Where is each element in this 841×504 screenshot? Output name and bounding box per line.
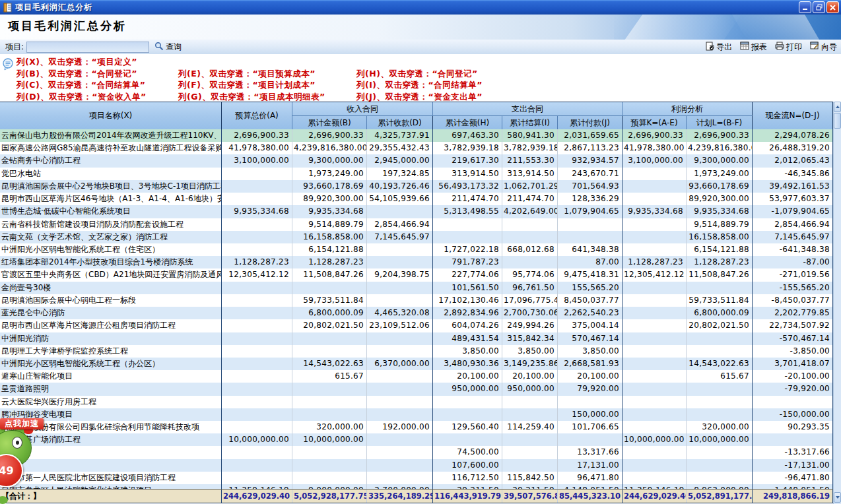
value-cell-k[interactable] <box>622 180 687 193</box>
value-cell-h[interactable]: 313,914.50 <box>433 168 502 180</box>
project-name-cell[interactable]: 【合计：】 <box>0 489 222 503</box>
value-cell-h[interactable]: 227,774.06 <box>433 268 502 281</box>
booster-ribbon[interactable]: 点我加速 <box>0 418 44 429</box>
value-cell-d[interactable] <box>367 383 433 395</box>
column-header-expense-settled[interactable]: 累计结算(I) <box>502 116 558 129</box>
value-cell-a[interactable]: 41,978,380.00 <box>222 142 292 154</box>
value-cell-h[interactable]: 697,463.30 <box>433 129 502 142</box>
value-cell-l[interactable] <box>687 345 753 358</box>
value-cell-n[interactable]: -3,850.00 <box>753 345 833 358</box>
value-cell-i[interactable]: 249,994.26 <box>502 319 558 332</box>
value-cell-i[interactable] <box>502 459 558 472</box>
value-cell-k[interactable] <box>622 168 687 180</box>
value-cell-d[interactable]: 197,324.85 <box>367 168 433 180</box>
value-cell-b[interactable] <box>292 345 367 358</box>
value-cell-n[interactable]: -87.00 <box>753 256 833 268</box>
value-cell-d[interactable] <box>367 205 433 218</box>
table-row[interactable]: 中洲阳光消防489,431.54315,842.34570,467.14-570… <box>0 332 833 345</box>
value-cell-n[interactable]: 26,488,319.20 <box>753 142 833 154</box>
value-cell-d[interactable] <box>367 332 433 345</box>
value-cell-k[interactable]: 9,935,334.68 <box>622 205 687 218</box>
project-name-cell[interactable]: 呈贡道路照明 <box>0 383 222 395</box>
value-cell-n[interactable]: 2,202,779.85 <box>753 307 833 319</box>
print-button[interactable]: 打印 <box>775 42 802 53</box>
value-cell-j[interactable] <box>558 433 622 446</box>
value-cell-k[interactable] <box>622 446 687 458</box>
value-cell-n[interactable]: -570,467.14 <box>753 332 833 345</box>
value-cell-i[interactable]: 96,761.50 <box>502 282 558 294</box>
value-cell-a[interactable]: 2,696,900.33 <box>222 129 292 142</box>
value-cell-b[interactable]: 16,158,858.00 <box>292 231 367 243</box>
value-cell-b[interactable]: 11,508,847.26 <box>292 268 367 281</box>
value-cell-k[interactable] <box>622 370 687 383</box>
value-cell-b[interactable]: 6,800,000.09 <box>292 307 367 319</box>
value-cell-a[interactable]: 10,000,000.00 <box>222 433 292 446</box>
restore-button[interactable] <box>813 1 825 13</box>
export-button[interactable]: 导出 <box>706 42 732 53</box>
column-header-income-amount[interactable]: 累计金额(B) <box>292 116 367 129</box>
value-cell-k[interactable]: 41,978,380.00 <box>622 142 687 154</box>
value-cell-h[interactable]: 791,787.23 <box>433 256 502 268</box>
project-name-cell[interactable]: 昆明市盘龙区人民法院数字化法庭建设项目 <box>0 484 222 489</box>
value-cell-n[interactable]: -96,471.80 <box>753 472 833 484</box>
value-cell-l[interactable]: 8,963,000.00 <box>687 484 753 489</box>
value-cell-l[interactable]: 320,000.00 <box>687 421 753 433</box>
value-cell-l[interactable]: 1,973,249.00 <box>687 168 753 180</box>
project-name-cell[interactable]: 云南省科技馆新馆建设项目消防及消防配套设施工程 <box>0 218 222 231</box>
table-row[interactable]: 觉巴水电站1,973,249.00197,324.85313,914.50313… <box>0 168 833 180</box>
value-cell-i[interactable] <box>502 396 558 408</box>
value-cell-d[interactable] <box>367 243 433 256</box>
value-cell-i[interactable]: 211,474.70 <box>502 193 558 205</box>
value-cell-i[interactable]: 211,553.30 <box>502 154 558 167</box>
wizard-button[interactable]: 向导 <box>810 42 837 53</box>
value-cell-k[interactable]: 12,305,412.12 <box>622 268 687 281</box>
value-cell-i[interactable]: 114,259.40 <box>502 421 558 433</box>
query-button[interactable]: 查询 <box>154 42 182 53</box>
table-row[interactable]: 中洲阳光小区弱电智能化系统工程（住宅区）6,154,121.881,727,02… <box>0 243 833 256</box>
value-cell-k[interactable]: 244,629,029.40 <box>622 489 687 503</box>
value-cell-d[interactable]: 192,000.00 <box>367 421 433 433</box>
value-cell-h[interactable]: 116,712.50 <box>433 472 502 484</box>
value-cell-d[interactable] <box>367 446 433 458</box>
value-cell-d[interactable]: 2,700,000.00 <box>367 484 433 489</box>
value-cell-h[interactable]: 1,727,022.18 <box>433 243 502 256</box>
value-cell-i[interactable]: 580,941.30 <box>502 129 558 142</box>
value-cell-d[interactable] <box>367 256 433 268</box>
value-cell-a[interactable] <box>222 180 292 193</box>
value-cell-k[interactable] <box>622 193 687 205</box>
value-cell-l[interactable]: 9,300,000.00 <box>687 154 753 167</box>
value-cell-d[interactable] <box>367 459 433 472</box>
value-cell-h[interactable]: 20,100.00 <box>433 370 502 383</box>
value-cell-b[interactable] <box>292 446 367 458</box>
table-row[interactable]: 金尚壹号30楼101,561.5096,761.50155,565.20-155… <box>0 282 833 294</box>
project-name-cell[interactable]: 避寒山庄智能化项目 <box>0 370 222 383</box>
value-cell-a[interactable]: 1,128,287.23 <box>222 256 292 268</box>
value-cell-i[interactable]: 3,782,939.18 <box>502 142 558 154</box>
value-cell-j[interactable]: 96,471.80 <box>558 472 622 484</box>
value-cell-b[interactable]: 2,696,900.33 <box>292 129 367 142</box>
value-cell-k[interactable] <box>622 345 687 358</box>
value-cell-b[interactable]: 9,300,000.00 <box>292 154 367 167</box>
value-cell-h[interactable]: 3,480,930.36 <box>433 358 502 370</box>
value-cell-b[interactable]: 1,973,249.00 <box>292 168 367 180</box>
value-cell-d[interactable]: 6,370,000.00 <box>367 358 433 370</box>
value-cell-i[interactable]: 2,700,730.06 <box>502 307 558 319</box>
project-name-cell[interactable]: 中洲阳光小区弱电智能化系统工程（住宅区） <box>0 243 222 256</box>
table-row[interactable]: 金钻商务中心消防工程3,100,000.009,300,000.002,945,… <box>0 154 833 167</box>
value-cell-b[interactable]: 9,935,334.68 <box>292 205 367 218</box>
table-row[interactable]: 中洲阳光小区弱电智能化系统工程（办公区）14,543,022.636,370,0… <box>0 358 833 370</box>
value-cell-b[interactable]: 6,154,121.88 <box>292 243 367 256</box>
value-cell-i[interactable]: 115,842.50 <box>502 472 558 484</box>
table-row[interactable]: 昆明市西山区草海片区海源庄公租房项目消防工程20,802,021.5023,10… <box>0 319 833 332</box>
value-cell-n[interactable]: -20,100.00 <box>753 370 833 383</box>
project-name-cell[interactable]: 蓝光昆仑中心消防 <box>0 307 222 319</box>
table-row[interactable]: 官渡区五里中央商务区（CBD）A21地块回迁安置房消防及通风工12,305,41… <box>0 268 833 281</box>
value-cell-n[interactable]: 2,012,065.43 <box>753 154 833 167</box>
value-cell-b[interactable]: 9,514,889.79 <box>292 218 367 231</box>
project-name-cell[interactable]: 金尚壹号30楼 <box>0 282 222 294</box>
value-cell-l[interactable]: 16,158,858.00 <box>687 231 753 243</box>
value-cell-i[interactable]: 3,850.00 <box>502 345 558 358</box>
value-cell-i[interactable] <box>502 218 558 231</box>
value-cell-h[interactable]: 116,443,919.79 <box>433 489 502 503</box>
value-cell-l[interactable] <box>687 332 753 345</box>
